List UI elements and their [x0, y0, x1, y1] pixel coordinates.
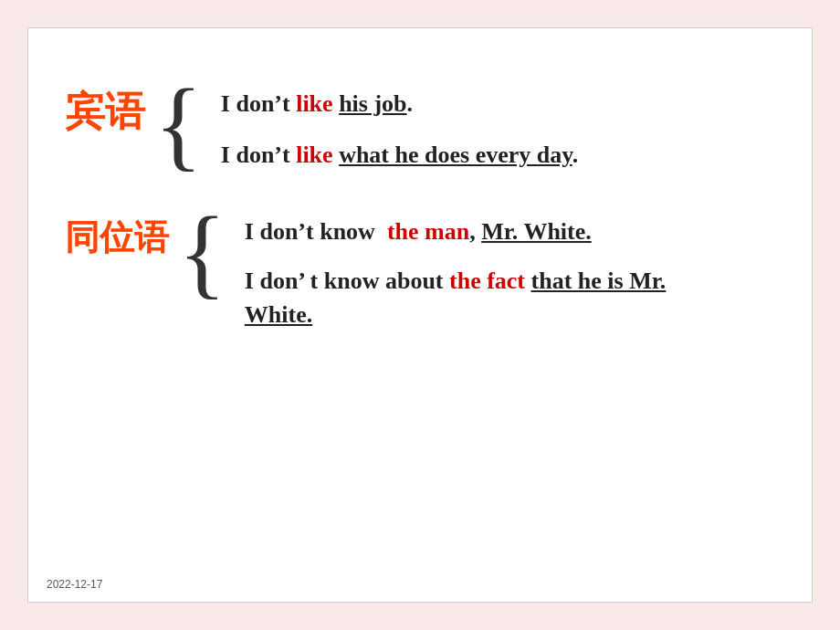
section-bin: 宾语 { I don’t like his job. I don’t like … [65, 83, 775, 174]
text-bin-1e: . [407, 90, 414, 117]
brace-left-tong: { [178, 202, 226, 302]
slide: 宾语 { I don’t like his job. I don’t like … [27, 27, 813, 603]
text-bin-1a: I don’t [221, 90, 296, 117]
text-tong-2a: I don’ t know about [245, 268, 449, 294]
sentences-bin: I don’t like his job. I don’t like what … [221, 83, 578, 173]
sentence-tong-2: I don’ t know about the fact that he is … [245, 265, 667, 331]
sentences-tong: I don’t know the man, Mr. White. I don’ … [245, 211, 667, 331]
sentence-bin-1: I don’t like his job. [221, 88, 578, 121]
date-label: 2022-12-17 [47, 578, 102, 591]
text-bin-2d: what he does every day [339, 142, 572, 168]
text-bin-1b: like [296, 90, 332, 117]
label-tong: 同位语 [65, 211, 169, 255]
text-tong-1d: Mr. White. [481, 218, 592, 245]
label-bin: 宾语 [65, 83, 145, 132]
sentence-tong-1: I don’t know the man, Mr. White. [245, 215, 667, 248]
text-bin-2a: I don’t [221, 142, 296, 168]
text-bin-2b: like [296, 142, 332, 168]
text-tong-2b: the fact [449, 268, 525, 294]
text-bin-2e: . [572, 142, 579, 168]
brace-left-bin: { [154, 74, 203, 174]
text-bin-1d: his job [339, 90, 406, 117]
sentence-bin-2: I don’t like what he does every day. [221, 139, 578, 172]
text-tong-1b: the man [387, 218, 469, 245]
text-tong-1a: I don’t know [245, 218, 387, 245]
section-tong: 同位语 { I don’t know the man, Mr. White. I… [65, 211, 775, 331]
text-tong-1c: , [469, 218, 481, 245]
